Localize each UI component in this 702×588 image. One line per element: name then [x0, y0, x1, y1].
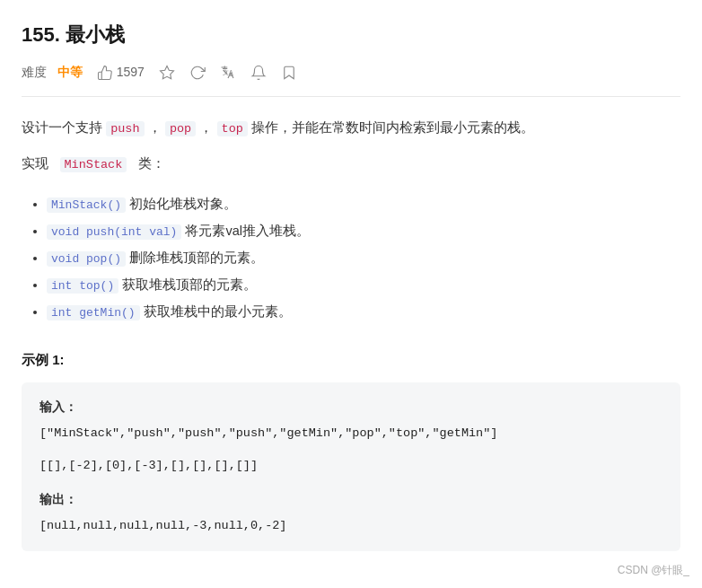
like-icon[interactable]: 1597 [97, 62, 145, 83]
difficulty-label: 难度 中等 [22, 62, 83, 83]
output-label: 输出： [39, 489, 663, 511]
difficulty-value: 中等 [57, 65, 83, 79]
implement-suffix: 类： [138, 155, 165, 171]
method-desc: 初始化堆栈对象。 [129, 197, 237, 211]
svg-marker-0 [160, 66, 173, 79]
list-item: void push(int val) 将元素val推入堆栈。 [47, 220, 680, 242]
top-keyword: top [217, 121, 248, 136]
method-desc: 获取堆栈顶部的元素。 [122, 277, 257, 292]
translate-icon[interactable]: 文A [220, 65, 236, 81]
method-desc: 获取堆栈中的最小元素。 [144, 304, 292, 319]
watermark: CSDN @针眼_ [618, 561, 689, 579]
page-title: 155. 最小栈 [22, 18, 680, 51]
output-line1: [null,null,null,null,-3,null,0,-2] [39, 516, 663, 537]
list-item: int top() 获取堆栈顶部的元素。 [47, 274, 680, 296]
svg-text:文A: 文A [223, 70, 233, 76]
push-keyword: push [106, 121, 144, 136]
minstack-keyword: MinStack [60, 157, 127, 172]
implement-label: 实现 [22, 155, 48, 171]
refresh-icon[interactable] [189, 65, 206, 81]
example-title: 示例 1: [22, 348, 680, 372]
problem-description: 设计一个支持 push ， pop ， top 操作，并能在常数时间内检索到最小… [22, 115, 680, 177]
main-container: 155. 最小栈 难度 中等 1597 文A [0, 0, 702, 587]
method-desc: 将元素val推入堆栈。 [185, 224, 310, 238]
method-code: MinStack() [47, 197, 126, 213]
list-item: void pop() 删除堆栈顶部的元素。 [47, 247, 680, 269]
method-code: void pop() [47, 251, 126, 267]
meta-bar: 难度 中等 1597 文A [22, 62, 680, 97]
method-code: int getMin() [47, 305, 140, 320]
star-icon[interactable] [159, 65, 175, 81]
input-line2: [[],[-2],[0],[-3],[],[],[],[]] [39, 456, 663, 477]
desc-suffix: 操作，并能在常数时间内检索到最小元素的栈。 [251, 119, 534, 135]
method-code: void push(int val) [47, 224, 181, 240]
bell-icon[interactable] [250, 65, 267, 81]
desc-intro: 设计一个支持 [22, 119, 102, 135]
method-desc: 删除堆栈顶部的元素。 [129, 250, 264, 265]
example-box: 输入： ["MinStack","push","push","push","ge… [22, 382, 680, 551]
example-section: 示例 1: 输入： ["MinStack","push","push","pus… [22, 348, 680, 551]
bookmark-icon[interactable] [281, 65, 297, 81]
list-item: MinStack() 初始化堆栈对象。 [47, 193, 680, 215]
like-count: 1597 [117, 62, 145, 83]
method-code: int top() [47, 278, 118, 294]
input-line1: ["MinStack","push","push","push","getMin… [39, 424, 663, 444]
pop-keyword: pop [165, 121, 196, 136]
method-list: MinStack() 初始化堆栈对象。 void push(int val) 将… [22, 193, 680, 323]
input-label: 输入： [39, 397, 663, 418]
list-item: int getMin() 获取堆栈中的最小元素。 [47, 301, 680, 323]
